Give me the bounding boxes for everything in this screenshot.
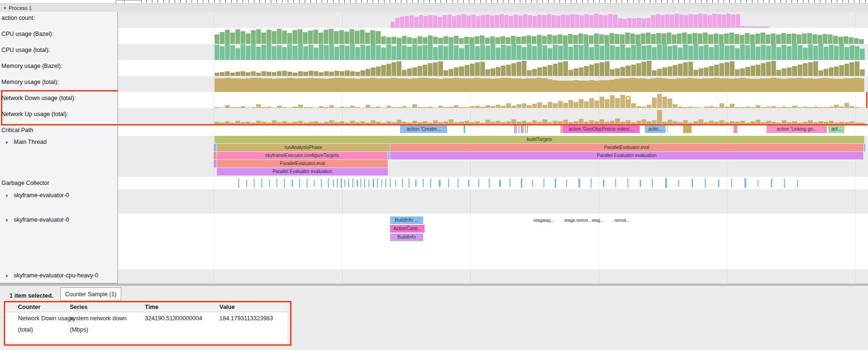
- slice-actio-[interactable]: actio...: [645, 125, 666, 133]
- histogram-bar[interactable]: [839, 65, 844, 76]
- histogram-bar[interactable]: [547, 14, 551, 28]
- histogram-bar[interactable]: [652, 120, 657, 124]
- histogram-bar[interactable]: [568, 47, 573, 60]
- histogram-bar[interactable]: [292, 73, 297, 76]
- histogram-bar[interactable]: [561, 15, 565, 28]
- histogram-bar[interactable]: [579, 119, 584, 124]
- histogram-bar[interactable]: [797, 34, 801, 44]
- histogram-bar[interactable]: [419, 15, 423, 28]
- histogram-bar[interactable]: [506, 65, 511, 76]
- histogram-bar[interactable]: [626, 66, 630, 76]
- histogram-bar[interactable]: [698, 33, 702, 44]
- gc-tick[interactable]: [284, 178, 285, 188]
- histogram-bar[interactable]: [558, 101, 563, 108]
- histogram-bar[interactable]: [225, 71, 230, 76]
- gc-tick[interactable]: [328, 178, 329, 188]
- histogram-bar[interactable]: [537, 35, 542, 44]
- histogram-bar[interactable]: [823, 34, 827, 44]
- histogram-bar[interactable]: [480, 62, 485, 76]
- histogram-bar[interactable]: [334, 47, 339, 60]
- histogram-bar[interactable]: [579, 67, 584, 76]
- histogram-bar[interactable]: [428, 44, 433, 60]
- histogram-bar[interactable]: [407, 68, 412, 76]
- histogram-bar[interactable]: [760, 33, 765, 44]
- gc-tick[interactable]: [352, 178, 353, 188]
- gc-tick[interactable]: [784, 178, 785, 188]
- histogram-bar[interactable]: [392, 37, 396, 44]
- histogram-bar[interactable]: [751, 44, 755, 60]
- histogram-bar[interactable]: [251, 71, 256, 76]
- histogram-bar[interactable]: [807, 78, 812, 92]
- histogram-bar[interactable]: [712, 14, 717, 28]
- slice[interactable]: [388, 152, 390, 159]
- histogram-bar[interactable]: [687, 34, 692, 44]
- histogram-bar[interactable]: [423, 45, 427, 60]
- histogram-bar[interactable]: [511, 78, 516, 92]
- histogram-bar[interactable]: [584, 81, 589, 92]
- histogram-bar[interactable]: [469, 37, 474, 44]
- histogram-bar[interactable]: [230, 45, 235, 60]
- histogram-bar[interactable]: [609, 80, 615, 92]
- histogram-bar[interactable]: [647, 45, 651, 60]
- gc-tick[interactable]: [458, 178, 459, 188]
- histogram-bar[interactable]: [407, 47, 412, 60]
- histogram-bar[interactable]: [677, 78, 682, 92]
- histogram-bar[interactable]: [542, 119, 547, 124]
- histogram-bar[interactable]: [277, 78, 282, 92]
- histogram-bar[interactable]: [459, 48, 464, 60]
- histogram-bar[interactable]: [313, 30, 318, 44]
- histogram-bar[interactable]: [314, 71, 318, 76]
- histogram-bar[interactable]: [397, 44, 401, 60]
- histogram-bar[interactable]: [417, 122, 422, 124]
- histogram-bar[interactable]: [532, 69, 537, 76]
- histogram-bar[interactable]: [719, 78, 724, 92]
- histogram-bar[interactable]: [662, 122, 667, 124]
- histogram-bar[interactable]: [360, 121, 365, 124]
- histogram-bar[interactable]: [740, 35, 744, 44]
- histogram-bar[interactable]: [684, 15, 688, 28]
- histogram-bar[interactable]: [443, 78, 449, 92]
- histogram-bar[interactable]: [454, 67, 459, 76]
- gc-tick[interactable]: [478, 179, 479, 187]
- histogram-bar[interactable]: [386, 121, 391, 124]
- histogram-bar[interactable]: [235, 121, 240, 124]
- histogram-bar[interactable]: [272, 46, 276, 60]
- track-label-skyframe-evaluator-0[interactable]: ▾skyframe-evaluator-0: [0, 189, 117, 202]
- gc-tick[interactable]: [333, 180, 334, 187]
- histogram-bar[interactable]: [350, 78, 355, 92]
- histogram-bar[interactable]: [287, 33, 292, 44]
- histogram-bar[interactable]: [480, 35, 484, 44]
- histogram-bar[interactable]: [615, 34, 619, 44]
- histogram-bar[interactable]: [501, 122, 506, 124]
- gc-tick[interactable]: [261, 178, 262, 188]
- histogram-bar[interactable]: [381, 123, 386, 124]
- histogram-bar[interactable]: [824, 122, 828, 124]
- gc-tick[interactable]: [254, 179, 255, 187]
- histogram-bar[interactable]: [834, 67, 839, 76]
- gc-tick[interactable]: [468, 180, 469, 187]
- histogram-bar[interactable]: [782, 68, 786, 76]
- histogram-bar[interactable]: [589, 98, 594, 108]
- slice-act-[interactable]: act...: [828, 125, 844, 133]
- histogram-bar[interactable]: [776, 123, 781, 124]
- histogram-bar[interactable]: [309, 71, 313, 76]
- histogram-bar[interactable]: [829, 45, 834, 60]
- slice-parallelevaluator-eval[interactable]: ParallelEvaluator.eval: [390, 144, 863, 151]
- histogram-bar[interactable]: [745, 123, 750, 124]
- histogram-bar[interactable]: [605, 99, 609, 108]
- histogram-bar[interactable]: [407, 123, 412, 124]
- slice[interactable]: [521, 125, 524, 133]
- histogram-bar[interactable]: [600, 97, 604, 108]
- histogram-bar[interactable]: [496, 48, 501, 60]
- histogram-bar[interactable]: [371, 67, 376, 76]
- histogram-bar[interactable]: [726, 14, 731, 28]
- histogram-bar[interactable]: [709, 121, 714, 124]
- histogram-bar[interactable]: [792, 121, 797, 124]
- histogram-bar[interactable]: [475, 78, 480, 92]
- histogram-bar[interactable]: [509, 16, 513, 28]
- gc-tick[interactable]: [640, 180, 641, 187]
- histogram-bar[interactable]: [631, 122, 636, 124]
- histogram-bar[interactable]: [397, 61, 401, 76]
- histogram-bar[interactable]: [355, 122, 360, 124]
- histogram-bar[interactable]: [662, 67, 667, 76]
